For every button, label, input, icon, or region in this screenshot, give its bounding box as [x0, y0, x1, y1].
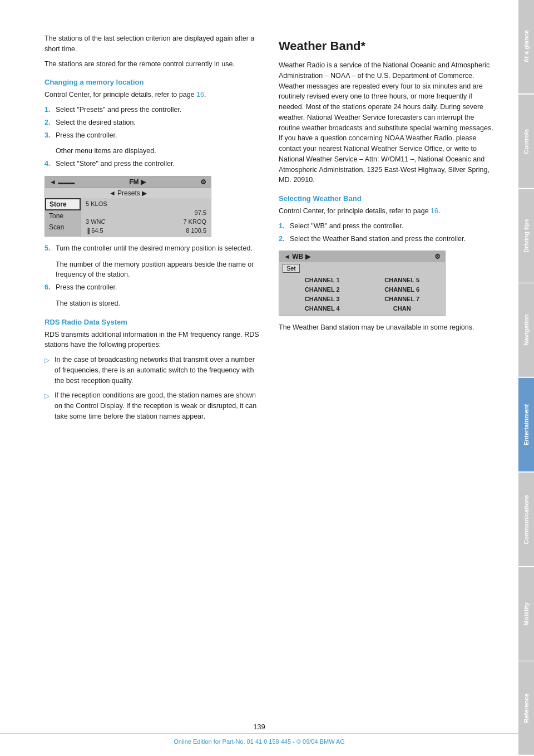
bullet-arrow-1: ▷ [44, 355, 55, 386]
wb-channel-6: CHANNEL 6 [363, 285, 442, 294]
page-footer: 139 Online Edition for Part-No. 01 41 0 … [0, 723, 518, 745]
footer-text: Online Edition for Part-No. 01 41 0 158 … [0, 738, 518, 745]
changing-memory-section: Changing a memory location Control Cente… [44, 78, 262, 308]
fm-presets-row: ◄ Presets ▶ [45, 188, 211, 198]
fm-station-4: 7 KROQ [146, 217, 209, 226]
step-5-sub: The number of the memory position appear… [44, 259, 262, 281]
fm-station-2 [83, 208, 146, 217]
fm-display: ◄ ▬▬▬ FM ▶ ⚙ ◄ Presets ▶ Store Tone Scan… [44, 176, 211, 237]
changing-memory-steps: 1. Select "Presets" and press the contro… [44, 105, 262, 140]
rds-bullet-1-text: In the case of broadcasting networks tha… [55, 355, 262, 386]
sidebar: At a glance Controls Driving tips Naviga… [518, 0, 534, 756]
fm-band-label: FM ▶ [129, 178, 146, 186]
wb-step-1: 1. Select "WB" and press the controller. [279, 221, 496, 232]
step-3-sub: Other menu items are displayed. [44, 146, 262, 156]
page-link-16[interactable]: 16 [196, 91, 204, 99]
left-column: The stations of the last selection crite… [44, 33, 262, 723]
rds-section: RDS Radio Data System RDS transmits addi… [44, 318, 262, 422]
bullet-arrow-2: ▷ [44, 390, 55, 421]
wb-note: The Weather Band station may be unavaila… [279, 322, 496, 333]
fm-header: ◄ ▬▬▬ FM ▶ ⚙ [45, 176, 211, 188]
right-column: Weather Band* Weather Radio is a service… [279, 33, 496, 723]
rds-bullet-1: ▷ In the case of broadcasting networks t… [44, 355, 262, 386]
sidebar-tab-entertainment[interactable]: Entertainment [518, 378, 534, 472]
sidebar-tab-at-a-glance[interactable]: At a glance [518, 0, 534, 94]
wb-channel-5: CHANNEL 5 [363, 276, 442, 284]
fm-freq-1 [146, 199, 209, 208]
fm-freq-3: ▐ 64.5 [83, 226, 146, 235]
step-5: 5. Turn the controller until the desired… [44, 243, 262, 254]
step-6: 6. Press the controller. [44, 282, 262, 293]
wb-channel-1: CHANNEL 1 [283, 276, 362, 284]
page-link-16-wb[interactable]: 16 [431, 207, 438, 215]
wb-step-2: 2. Select the Weather Band station and p… [279, 234, 496, 244]
changing-memory-heading: Changing a memory location [44, 78, 262, 86]
sidebar-tab-driving-tips[interactable]: Driving tips [518, 189, 534, 283]
changing-memory-step5: 5. Turn the controller until the desired… [44, 243, 262, 254]
wb-display: ◄ WB ▶ ⚙ Set CHANNEL 1 CHANNEL 5 CHANNEL… [279, 251, 446, 316]
sidebar-tab-navigation[interactable]: Navigation [518, 283, 534, 377]
wb-set-button[interactable]: Set [283, 264, 300, 273]
selecting-wb-intro: Control Center, for principle details, r… [279, 206, 496, 217]
weather-band-description: Weather Radio is a service of the Nation… [279, 60, 496, 185]
fm-freq-2: 97.5 [146, 208, 209, 217]
sidebar-tab-reference[interactable]: Reference [518, 661, 534, 755]
page-number: 139 [0, 723, 518, 731]
rds-bullet-2-text: If the reception conditions are good, th… [55, 390, 262, 421]
weather-band-title: Weather Band* [279, 39, 496, 53]
step-2: 2. Select the desired station. [44, 117, 262, 128]
wb-channels-grid: CHANNEL 1 CHANNEL 5 CHANNEL 2 CHANNEL 6 … [279, 274, 445, 315]
intro-p1: The stations of the last selection crite… [44, 33, 262, 55]
step-4: 4. Select "Store" and press the controll… [44, 159, 262, 169]
sidebar-tab-communications[interactable]: Communications [518, 473, 534, 566]
fm-freq-4: 8 100.5 [146, 226, 209, 235]
selecting-wb-steps: 1. Select "WB" and press the controller.… [279, 221, 496, 244]
fm-stations-grid: 5 KLOS 97.5 3 WNC 7 KROQ ▐ 64.5 8 100.5 [81, 198, 211, 236]
step-3: 3. Press the controller. [44, 130, 262, 141]
fm-menu-section: Store Tone Scan 5 KLOS 97.5 3 WNC 7 KROQ… [45, 198, 211, 236]
fm-station-1: 5 KLOS [83, 199, 146, 208]
fm-menu-store: Store [45, 198, 81, 210]
fm-menu-scan: Scan [45, 222, 81, 233]
wb-channel-4: CHANNEL 4 [283, 304, 362, 313]
wb-channel-2: CHANNEL 2 [283, 285, 362, 294]
changing-memory-step4: 4. Select "Store" and press the controll… [44, 159, 262, 169]
rds-heading: RDS Radio Data System [44, 318, 262, 326]
intro-p2: The stations are stored for the remote c… [44, 59, 262, 70]
changing-memory-step6: 6. Press the controller. [44, 282, 262, 293]
fm-menu-items: Store Tone Scan [45, 198, 81, 236]
rds-bullet-2: ▷ If the reception conditions are good, … [44, 390, 262, 421]
wb-settings-icon: ⚙ [434, 253, 441, 261]
fm-station-3: 3 WNC [83, 217, 146, 226]
step-1: 1. Select "Presets" and press the contro… [44, 105, 262, 115]
fm-back-icon: ◄ ▬▬▬ [50, 178, 75, 186]
wb-set-row: Set [279, 262, 445, 274]
fm-menu-tone: Tone [45, 210, 81, 222]
sidebar-tab-controls[interactable]: Controls [518, 95, 534, 188]
wb-band-label: ◄ WB ▶ [284, 253, 310, 261]
selecting-weather-band-section: Selecting Weather Band Control Center, f… [279, 194, 496, 333]
changing-memory-intro: Control Center, for principle details, r… [44, 90, 262, 100]
selecting-wb-heading: Selecting Weather Band [279, 194, 496, 203]
step-6-sub: The station is stored. [44, 298, 262, 309]
wb-chan: CHAN [363, 304, 442, 313]
wb-header: ◄ WB ▶ ⚙ [279, 251, 445, 262]
fm-settings-icon: ⚙ [200, 178, 206, 186]
wb-channel-7: CHANNEL 7 [363, 294, 442, 303]
sidebar-tab-mobility[interactable]: Mobility [518, 567, 534, 661]
rds-intro: RDS transmits additional information in … [44, 330, 262, 351]
wb-channel-3: CHANNEL 3 [283, 294, 362, 303]
